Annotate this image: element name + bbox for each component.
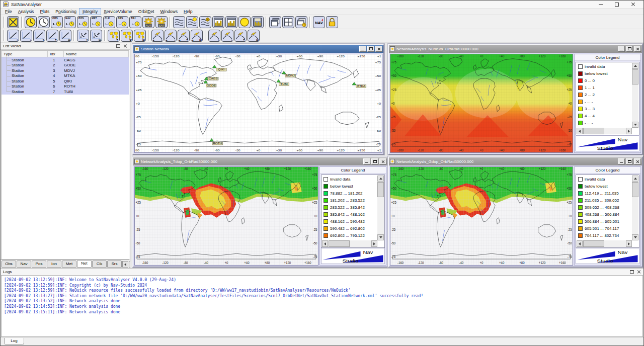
legend-row[interactable]: 181.202 ... 283.522	[322, 197, 377, 204]
column-header-type[interactable]: Type	[2, 51, 48, 57]
menu-positioning[interactable]: Positioning	[52, 9, 79, 15]
legend-row[interactable]: 605.501 ... 704.117	[577, 225, 632, 232]
gdop-titlebar[interactable]: NetworkAnalysis_Gdop_OrbRad30000.000	[389, 157, 642, 165]
close-panel-icon[interactable]	[637, 270, 641, 274]
scenario-close-button[interactable]	[7, 16, 19, 28]
scroll-thumb[interactable]	[583, 128, 604, 134]
legend-row[interactable]: - ... -	[577, 98, 632, 105]
scroll-down-icon[interactable]	[632, 234, 638, 240]
plot-grid-button[interactable]: ⊞	[59, 30, 71, 42]
tab-scroll-left-icon[interactable]	[122, 261, 128, 268]
scroll-thumb[interactable]	[377, 182, 384, 197]
scroll-right-icon[interactable]	[371, 240, 377, 247]
scroll-thumb[interactable]	[329, 240, 350, 247]
legend-row[interactable]: invalid data	[577, 63, 632, 70]
clk-time-button[interactable]: CLK	[103, 16, 115, 28]
signal-waves-marker-button[interactable]	[186, 16, 198, 28]
scroll-thumb[interactable]	[632, 69, 638, 84]
aut-settings-button[interactable]: AUT	[142, 16, 154, 28]
menu-integrity[interactable]: Integrity	[79, 9, 101, 15]
legend-row[interactable]: 590.482 ... 692.802	[322, 225, 377, 232]
nav-time-button[interactable]: NAV	[64, 16, 76, 28]
scroll-down-icon[interactable]	[377, 234, 384, 240]
close-icon[interactable]	[634, 46, 641, 52]
table-row-mtka[interactable]: Station4MTKA	[2, 73, 129, 79]
arrange-windows-button[interactable]	[295, 16, 307, 28]
close-icon[interactable]	[634, 158, 641, 164]
chart-save-button[interactable]	[252, 16, 264, 28]
skyplot-grid-button[interactable]: ▴⊞	[191, 30, 203, 42]
table-row-tubi[interactable]: Station7TUBI	[2, 89, 129, 95]
table-row-gode[interactable]: Station2GODE	[2, 63, 129, 68]
legend-hscrollbar[interactable]	[322, 240, 377, 247]
numsta-map[interactable]: -160-160-120-120-80-80-40-40+0+0+40+40+8…	[390, 54, 573, 153]
legend-row[interactable]: 488.162 ... 590.482	[322, 218, 377, 225]
tab-log[interactable]: Log	[4, 338, 24, 345]
tab-ion[interactable]: Ion	[47, 261, 61, 268]
legend-vscrollbar[interactable]	[377, 176, 384, 240]
legend-row[interactable]: 283.522 ... 385.842	[322, 204, 377, 211]
scroll-left-icon[interactable]	[322, 240, 328, 247]
maximize-button[interactable]	[609, 1, 625, 8]
histogram-alt-button[interactable]	[225, 16, 237, 28]
station-network-titlebar[interactable]: Station Network	[133, 45, 383, 53]
skyplot-filter-button[interactable]: ▴▼	[178, 30, 190, 42]
float-panel-icon[interactable]	[630, 270, 634, 274]
worldmap-add-button[interactable]: ⊕	[121, 30, 133, 42]
maximize-button[interactable]	[371, 158, 378, 164]
legend-row[interactable]: 2 ... 2	[577, 91, 632, 98]
scroll-thumb[interactable]	[583, 240, 604, 247]
scroll-up-icon[interactable]	[632, 63, 638, 69]
legend-row[interactable]: 309.652 ... 408.268	[577, 204, 632, 211]
table-row-mdvj[interactable]: Station3MDVJ	[2, 68, 129, 73]
menu-file[interactable]: File	[2, 9, 15, 15]
time-span-button[interactable]	[25, 16, 37, 28]
lock-button[interactable]	[326, 16, 338, 28]
table-row-cags[interactable]: Station1CAGS	[2, 57, 129, 63]
obs-time-button[interactable]: OBS	[51, 16, 63, 28]
tab-srs[interactable]: Srs	[107, 261, 122, 268]
tab-met[interactable]: Met	[62, 261, 76, 268]
legend-vscrollbar[interactable]	[632, 63, 638, 128]
minimize-button[interactable]	[359, 46, 366, 52]
gdop-map[interactable]: -160-160-120-120-80-80-40-40+0+0+40+40+8…	[390, 166, 573, 266]
scroll-right-icon[interactable]	[626, 128, 632, 134]
legend-row[interactable]: 385.842 ... 488.162	[322, 211, 377, 218]
signal-waves-settings-button[interactable]	[199, 16, 211, 28]
satmap-new-button[interactable]: ··+	[208, 30, 220, 42]
column-header-idx[interactable]: Idx	[48, 51, 64, 57]
scroll-thumb[interactable]	[632, 182, 638, 197]
legend-row[interactable]: - ... -	[577, 119, 632, 126]
table-row-roth[interactable]: Station6ROTH	[2, 84, 129, 90]
legend-row[interactable]: 506.884 ... 605.501	[577, 218, 632, 225]
tab-nav[interactable]: Nav	[17, 261, 31, 268]
tdop-titlebar[interactable]: NetworkAnalysis_Tdop_OrbRad30000.000	[133, 157, 387, 165]
close-icon[interactable]	[375, 46, 382, 52]
skyplot-new-button[interactable]: ▴+	[151, 30, 164, 42]
maximize-button[interactable]	[626, 158, 633, 164]
legend-hscrollbar[interactable]	[577, 128, 632, 134]
menu-orbitdet[interactable]: OrbitDet	[135, 9, 157, 15]
float-panel-icon[interactable]	[116, 44, 120, 48]
minimize-button[interactable]	[618, 158, 625, 164]
legend-row[interactable]: 1 ... 1	[577, 84, 632, 91]
scroll-left-icon[interactable]	[577, 128, 583, 134]
tab-net[interactable]: Net	[77, 260, 92, 268]
cascade-windows-button[interactable]	[269, 16, 281, 28]
satmap-grid-button[interactable]: ··⊞	[248, 30, 260, 42]
sun-button[interactable]	[238, 16, 251, 28]
scatter-filter-y-button[interactable]: Y	[77, 30, 89, 42]
legend-row[interactable]: 0 ... 0	[577, 77, 632, 84]
station-network-map[interactable]: QIKICAGSGODEMDVJTUBIMTKAROTH8080-150-150…	[134, 54, 382, 153]
legend-row[interactable]: 408.268 ... 506.884	[577, 211, 632, 218]
worldmap-filter-button[interactable]: ▼	[108, 30, 120, 42]
legend-row[interactable]: invalid data	[322, 176, 377, 183]
menu-analysis[interactable]: Analysis	[15, 9, 37, 15]
close-button[interactable]	[625, 1, 641, 8]
legend-hscrollbar[interactable]	[577, 240, 632, 247]
skyplot-export-button[interactable]: ▴↓	[165, 30, 177, 42]
tab-clk[interactable]: Clk	[92, 261, 107, 268]
numsta-titlebar[interactable]: NetworkAnalysis_NumSta_OrbRad30000.000	[389, 45, 642, 53]
legend-row[interactable]: below lowest	[322, 183, 377, 190]
plot-filter-button[interactable]: ▼	[46, 30, 58, 42]
